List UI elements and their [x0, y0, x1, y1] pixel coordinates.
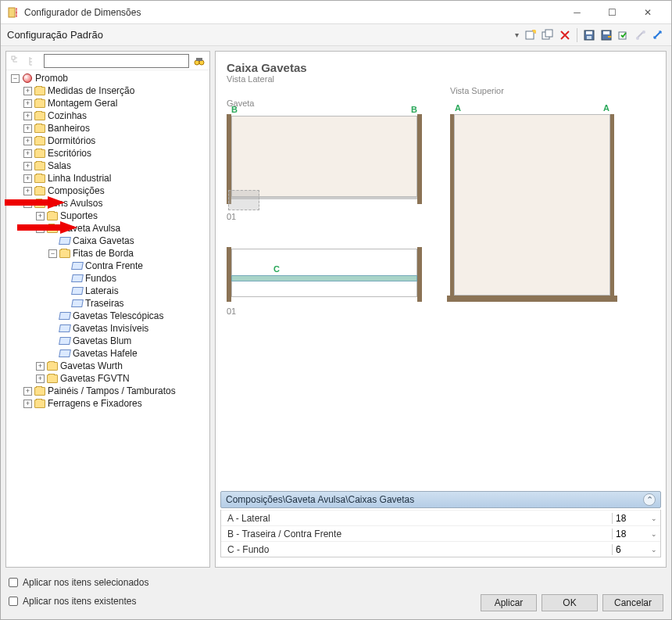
tree-item[interactable]: Gavetas Wurth: [60, 360, 123, 372]
property-label: B - Traseira / Contra Frente: [221, 529, 612, 539]
link-icon[interactable]: [634, 28, 648, 42]
tree-item[interactable]: Gavetas Blum: [73, 335, 131, 347]
tree-item[interactable]: Linha Industrial: [48, 172, 111, 185]
ok-button[interactable]: OK: [542, 594, 598, 611]
collapse-icon[interactable]: ⌃: [643, 493, 656, 506]
tree-view[interactable]: −Promob +Medidas de Inserção +Montagem G…: [6, 70, 209, 567]
svg-rect-4: [545, 30, 552, 37]
minimize-button[interactable]: ─: [559, 2, 595, 23]
tree-item[interactable]: Gavetas Hafele: [73, 347, 138, 360]
tree-item[interactable]: Laterais: [85, 285, 119, 297]
window-title: Configurador de Dimensões: [24, 7, 559, 18]
view-superior-label: Vista Superior: [450, 86, 504, 95]
tree-item-gaveta-avulsa[interactable]: Gaveta Avulsa: [60, 222, 120, 235]
tree-item[interactable]: Banheiros: [48, 122, 90, 134]
tree-item[interactable]: Caixa Gavetas: [73, 235, 134, 247]
marker-01b: 01: [227, 306, 422, 316]
search-input[interactable]: [44, 54, 189, 68]
new-config-icon[interactable]: [524, 28, 538, 42]
apply-icon[interactable]: [617, 28, 631, 42]
tree-item[interactable]: Salas: [48, 159, 71, 172]
tree-item[interactable]: Composições: [48, 185, 105, 197]
svg-rect-1: [526, 31, 534, 39]
diagram-area: Caixa Gavetas Vista Lateral Gaveta Vista…: [216, 52, 666, 491]
svg-rect-9: [603, 31, 609, 34]
tree-item[interactable]: Dormitórios: [48, 134, 95, 147]
tree-item[interactable]: Fitas de Borda: [73, 247, 134, 260]
tree-item-avulsos[interactable]: Itens Avulsos: [48, 197, 103, 210]
property-label: A - Lateral: [221, 513, 612, 524]
svg-rect-7: [587, 36, 592, 39]
dim-a-right: A: [603, 103, 609, 113]
cancel-button[interactable]: Cancelar: [602, 594, 663, 611]
property-value[interactable]: 18⌄: [612, 513, 660, 524]
dim-c: C: [273, 264, 280, 274]
property-value[interactable]: 6⌄: [612, 544, 660, 555]
properties-path: Composições\Gaveta Avulsa\Caixas Gavetas: [226, 494, 643, 505]
property-label: C - Fundo: [221, 544, 612, 555]
checkbox-apply-selected[interactable]: Aplicar nos itens selecionados: [9, 577, 663, 588]
tree-root[interactable]: Promob: [35, 72, 68, 84]
app-icon: [7, 6, 20, 19]
expand-icon[interactable]: [651, 28, 665, 42]
diagram-title: Caixa Gavetas: [227, 61, 655, 74]
footer: Aplicar nos itens selecionados Aplicar n…: [1, 572, 671, 619]
svg-rect-6: [586, 31, 592, 34]
tree-item[interactable]: Gavetas Invisíveis: [73, 322, 148, 335]
apply-button[interactable]: Aplicar: [481, 594, 537, 611]
tree-item[interactable]: Ferragens e Fixadores: [48, 397, 142, 410]
svg-point-2: [533, 30, 536, 33]
config-header: Configuração Padrão ▾: [1, 24, 671, 46]
left-panel: −Promob +Medidas de Inserção +Montagem G…: [5, 51, 210, 568]
tree-item[interactable]: Painéis / Tampos / Tamburatos: [48, 385, 176, 397]
close-button[interactable]: ✕: [630, 2, 665, 23]
property-row: C - Fundo 6⌄: [221, 541, 660, 557]
tree-expand-icon[interactable]: [27, 54, 41, 68]
dim-b-right: B: [411, 105, 417, 114]
tree-collapse-icon[interactable]: [9, 54, 23, 68]
tree-item[interactable]: Medidas de Inserção: [48, 84, 134, 97]
tree-item[interactable]: Suportes: [60, 210, 98, 222]
separator: [577, 28, 577, 42]
svg-rect-0: [9, 8, 15, 17]
binoculars-icon[interactable]: [192, 54, 206, 68]
property-value[interactable]: 18⌄: [612, 529, 660, 539]
maximize-button[interactable]: ☐: [595, 2, 630, 23]
tree-item[interactable]: Cozinhas: [48, 109, 87, 122]
right-panel: Caixa Gavetas Vista Lateral Gaveta Vista…: [215, 51, 667, 568]
svg-point-12: [642, 30, 645, 34]
view-lateral-label: Vista Lateral: [227, 74, 274, 84]
config-dropdown-icon[interactable]: ▾: [515, 30, 519, 39]
tree-item[interactable]: Traseiras: [85, 297, 124, 310]
svg-point-11: [636, 37, 639, 40]
title-bar: Configurador de Dimensões ─ ☐ ✕: [1, 1, 671, 24]
copy-config-icon[interactable]: [541, 28, 555, 42]
tree-item[interactable]: Gavetas Telescópicas: [73, 310, 164, 322]
config-name: Configuração Padrão: [7, 29, 515, 41]
tree-item[interactable]: Escritórios: [48, 147, 91, 159]
checkbox-apply-existing[interactable]: Aplicar nos itens existentes: [9, 596, 481, 607]
dim-b-left: B: [231, 105, 238, 114]
main-window: Configurador de Dimensões ─ ☐ ✕ Configur…: [0, 0, 672, 620]
property-row: B - Traseira / Contra Frente 18⌄: [221, 525, 660, 541]
properties-header[interactable]: Composições\Gaveta Avulsa\Caixas Gavetas…: [220, 491, 661, 508]
save-as-icon[interactable]: [599, 28, 613, 42]
tree-item[interactable]: Montagem Geral: [48, 97, 117, 109]
save-icon[interactable]: [582, 28, 596, 42]
property-row: A - Lateral 18⌄: [221, 510, 660, 525]
svg-rect-16: [196, 58, 202, 61]
delete-config-icon[interactable]: [558, 28, 572, 42]
dim-a-left: A: [455, 103, 461, 113]
tree-item[interactable]: Contra Frente: [85, 260, 143, 272]
marker-01: 01: [227, 212, 422, 221]
svg-rect-13: [12, 56, 15, 59]
tree-item[interactable]: Gavetas FGVTN: [60, 372, 130, 385]
tree-item[interactable]: Fundos: [85, 272, 116, 285]
properties-grid: A - Lateral 18⌄ B - Traseira / Contra Fr…: [220, 510, 661, 557]
toolbar: [524, 28, 665, 42]
